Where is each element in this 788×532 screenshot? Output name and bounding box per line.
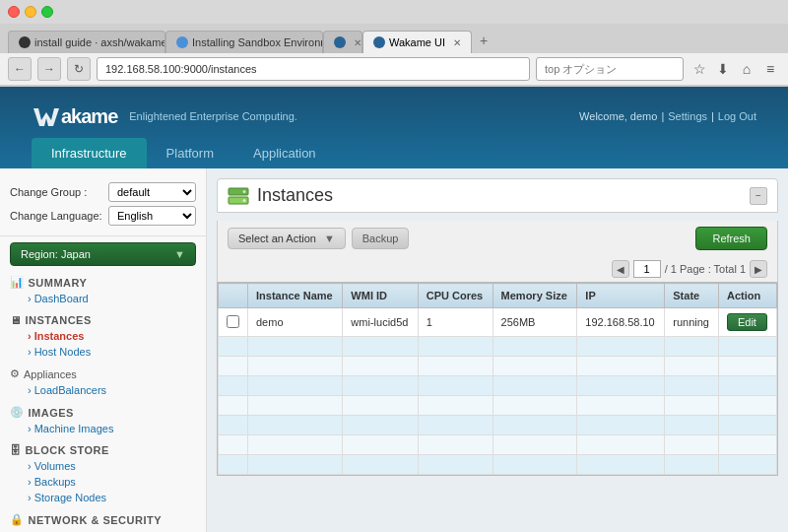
content-toolbar: Select an Action ▼ Backup Refresh [217,221,778,256]
sidebar-link-machine-images[interactable]: › Machine Images [10,421,196,436]
cell-wmi-id: wmi-lucid5d [343,308,418,337]
download-icon[interactable]: ⬇ [713,59,733,79]
pagination: ◀ / 1 Page : Total 1 ▶ [217,256,778,282]
empty-row-6 [219,435,777,455]
logout-link[interactable]: Log Out [718,110,756,122]
refresh-btn[interactable]: Refresh [695,227,767,250]
lock-icon: 🔒 [10,513,25,526]
sidebar-link-instances[interactable]: › Instances [10,328,196,344]
instances-link-label: Instances [34,330,85,342]
window-controls [8,6,53,18]
row-checkbox[interactable] [227,315,239,328]
table-wrapper: Instance Name WMI ID CPU Cores Memory Si… [217,282,778,476]
logo-area: akame Enlightened Enterprise Computing. [16,97,313,136]
reload-btn[interactable]: ↻ [67,57,91,81]
sidebar-link-dashboard[interactable]: › DashBoard [10,291,196,306]
vol-arrow-icon: › [28,460,32,472]
home-icon[interactable]: ⌂ [737,59,756,79]
images-section-title: 💿 IMAGES [10,406,196,419]
instances-arrow-icon: › [28,330,32,342]
address-bar[interactable] [97,57,530,81]
nav-tab-application[interactable]: Application [233,138,336,168]
tab-4-close[interactable]: ✕ [453,37,461,48]
hostnodes-arrow-icon: › [28,346,32,358]
refresh-label: Refresh [712,233,751,244]
cell-instance-name: demo [248,308,343,337]
tab-2-label: Installing Sandbox Environment ... [192,36,323,48]
change-group-row: Change Group : default [10,182,196,202]
sidebar: Change Group : default Change Language: … [0,168,207,532]
nav-tab-platform[interactable]: Platform [147,138,233,168]
github-icon [19,36,31,48]
browser-chrome: install guide · axsh/wakame-... ✕ Instal… [0,0,788,87]
th-ip: IP [577,284,665,308]
wakame-tab-icon [334,36,346,48]
server-icon: 🖥 [10,314,22,326]
more-icon[interactable]: ≡ [760,59,780,79]
install-icon [176,36,188,48]
bak-link-label: Backups [34,476,76,488]
header-row2: Infrastructure Platform Application [0,138,788,168]
instances-page-icon [228,186,249,206]
sidebar-link-label: DashBoard [34,293,89,304]
wakame-active-icon [373,36,385,48]
appliances-section-title: ⚙ Appliances [10,367,196,380]
change-language-label: Change Language: [10,210,108,222]
edit-btn[interactable]: Edit [727,313,767,331]
sidebar-link-networks[interactable]: › Networks [10,528,196,532]
tab-3-close[interactable]: ✕ [354,37,361,48]
region-label: Region: Japan [21,248,91,260]
app-container: akame Enlightened Enterprise Computing. … [0,87,788,532]
sidebar-link-storage-nodes[interactable]: › Storage Nodes [10,490,196,505]
th-memory-size: Memory Size [492,284,577,308]
tab-1-label: install guide · axsh/wakame-... [34,36,165,48]
logo-tagline: Enlightened Enterprise Computing. [129,110,297,122]
sidebar-section-images: 💿 IMAGES › Machine Images [0,402,206,440]
table-header-row: Instance Name WMI ID CPU Cores Memory Si… [219,284,777,308]
cell-cpu-cores: 1 [418,308,492,337]
change-group-select[interactable]: default [108,182,196,202]
back-btn[interactable]: ← [8,57,32,81]
select-action-btn[interactable]: Select an Action ▼ [228,228,346,249]
browser-tab-2[interactable]: Installing Sandbox Environment ... ✕ [165,31,323,53]
maximize-window-btn[interactable] [41,6,53,18]
backup-btn[interactable]: Backup [352,228,410,249]
th-checkbox [219,284,248,308]
sn-link-label: Storage Nodes [34,492,106,503]
minimize-window-btn[interactable] [25,6,36,18]
nav-tab-infrastructure[interactable]: Infrastructure [32,138,147,168]
sidebar-section-summary: 📊 SUMMARY › DashBoard [0,272,206,310]
dropdown-arrow-icon: ▼ [324,233,335,244]
empty-row-3 [219,376,777,396]
bookmark-icon[interactable]: ☆ [690,59,709,79]
mi-arrow-icon: › [28,423,32,434]
search-bar[interactable] [536,57,684,81]
prev-page-btn[interactable]: ◀ [612,260,629,278]
lb-arrow-icon: › [28,384,32,396]
sidebar-link-volumes[interactable]: › Volumes [10,458,196,474]
browser-tab-4[interactable]: Wakame UI ✕ [362,31,472,53]
svg-point-4 [243,199,246,202]
sidebar-link-loadbalancers[interactable]: › LoadBalancers [10,382,196,398]
collapse-btn[interactable]: − [750,187,767,205]
new-tab-btn[interactable]: + [472,28,495,53]
region-btn[interactable]: Region: Japan ▼ [10,242,196,266]
empty-row-7 [219,455,777,475]
browser-tab-1[interactable]: install guide · axsh/wakame-... ✕ [8,31,165,53]
sidebar-link-hostnodes[interactable]: › Host Nodes [10,344,196,360]
blockstore-section-title: 🗄 BLOCK STORE [10,444,196,456]
browser-titlebar [0,0,788,24]
cell-state: running [665,308,719,337]
forward-btn[interactable]: → [37,57,61,81]
browser-tab-3[interactable]: ✕ [323,31,362,53]
close-window-btn[interactable] [8,6,20,18]
page-input[interactable] [633,260,661,278]
change-language-select[interactable]: English [108,206,196,226]
sidebar-link-backups[interactable]: › Backups [10,474,196,490]
settings-link[interactable]: Settings [668,110,707,122]
cell-action: Edit [718,308,776,337]
main-nav: Infrastructure Platform Application [16,138,352,168]
browser-toolbar: ← → ↻ ☆ ⬇ ⌂ ≡ [0,53,788,86]
next-page-btn[interactable]: ▶ [750,260,767,278]
separator2: | [711,110,714,122]
